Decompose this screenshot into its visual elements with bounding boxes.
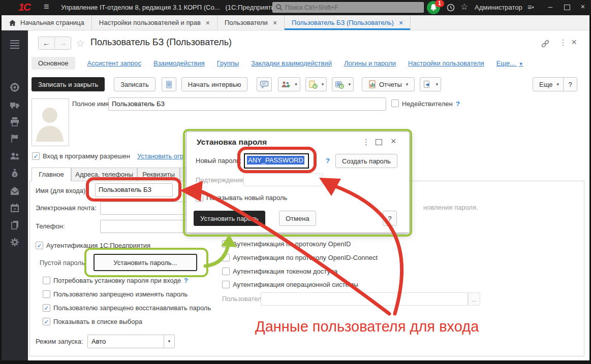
inner-tab-main[interactable]: Главное	[32, 168, 71, 181]
window-tabbar: Начальная страница Настройки пользовател…	[2, 15, 589, 30]
dropdown-caret-icon: ▾	[436, 82, 438, 87]
os-auth-checkbox[interactable]	[222, 281, 230, 288]
os-user-input[interactable]	[261, 292, 468, 306]
show-in-list-checkbox[interactable]	[43, 318, 50, 325]
dialog-cancel-button[interactable]: Отмена	[279, 211, 316, 226]
tab-user-bz[interactable]: Пользователь БЗ (Пользователь)×	[285, 15, 411, 30]
nav-link-main[interactable]: Основное	[32, 57, 75, 70]
back-button[interactable]: ←	[39, 37, 55, 49]
dialog-close-icon[interactable]: ×	[391, 136, 396, 147]
close-form-icon[interactable]: ×	[571, 37, 577, 48]
favorite-star-icon[interactable]: ☆	[76, 37, 85, 49]
new-password-input[interactable]: ANY_PASSWORD	[244, 153, 309, 169]
set-password-button[interactable]: Установить пароль...	[94, 254, 197, 271]
tab-home[interactable]: Начальная страница	[2, 15, 92, 30]
nav-link-assistant[interactable]: Ассистент запрос	[87, 59, 141, 67]
close-window-button[interactable]: ×	[577, 2, 588, 11]
select-dropdown-button[interactable]: ▼	[164, 335, 174, 348]
inner-tab-addresses[interactable]: Адреса, телефоны	[71, 168, 137, 181]
sidebar-documents-icon[interactable]	[10, 220, 20, 230]
os-user-picker-button[interactable]: ...	[468, 292, 480, 306]
sidebar-print-icon[interactable]	[10, 117, 20, 127]
close-tab-icon[interactable]: ×	[273, 19, 277, 27]
current-user[interactable]: Администратор	[475, 4, 522, 11]
add-user-icon-button[interactable]: ▾	[278, 77, 300, 91]
show-in-list-label: Показывать в списке выбора	[53, 318, 142, 325]
user-avatar[interactable]	[32, 98, 69, 146]
start-interview-button[interactable]: Начать интервью	[181, 77, 248, 91]
form-help-button[interactable]: ?	[563, 77, 577, 91]
get-link-icon[interactable]	[541, 39, 550, 48]
invalid-help-link[interactable]: ?	[456, 100, 460, 108]
list-history-icon-button[interactable]: ▾	[332, 77, 354, 91]
titlebar: 1С ≡ Управление IT-отделом 8, редакция 3…	[0, 0, 591, 15]
login-name-input[interactable]: Пользователь БЗ	[95, 183, 173, 197]
dialog-more-icon[interactable]: ⋮	[362, 138, 370, 147]
sidebar-finance-icon[interactable]: s	[10, 169, 20, 179]
nav-link-bookmarks[interactable]: Закладки взаимодействий	[251, 59, 332, 67]
require-password-checkbox[interactable]	[43, 277, 50, 284]
send-icon-button[interactable]: ▾	[420, 77, 441, 91]
database-icon-button[interactable]	[162, 77, 176, 91]
nav-link-more[interactable]: Еще... ▼	[496, 59, 523, 67]
main-menu-icon[interactable]: ≡	[44, 2, 49, 12]
inner-tab-requisites[interactable]: Реквизиты	[137, 168, 180, 181]
maximize-button[interactable]	[564, 5, 570, 10]
close-tab-icon[interactable]: ×	[399, 19, 403, 27]
confirmation-input[interactable]	[243, 173, 323, 186]
openid-connect-checkbox[interactable]	[222, 254, 230, 261]
save-and-close-button[interactable]: Записать и закрыть	[32, 77, 105, 91]
forbid-change-checkbox[interactable]	[43, 290, 50, 298]
history-icon[interactable]	[446, 3, 455, 12]
close-tab-icon[interactable]: ×	[206, 19, 210, 27]
document-history-icon-button[interactable]: ▾	[305, 77, 327, 91]
password-help-link[interactable]: ?	[326, 157, 330, 164]
sidebar-maps-icon[interactable]	[10, 134, 20, 144]
dialog-maximize-icon[interactable]	[376, 139, 382, 145]
forward-button[interactable]: →	[55, 37, 71, 49]
nav-link-logins[interactable]: Логины и пароли	[344, 59, 396, 67]
reports-button[interactable]: Отчеты ▾	[362, 77, 415, 91]
show-password-checkbox[interactable]	[196, 194, 203, 202]
nav-link-user-settings[interactable]: Настройки пользователя	[408, 59, 484, 67]
sidebar-mail-icon[interactable]	[10, 186, 20, 196]
more-menu-icon[interactable]: ⋮	[559, 38, 567, 47]
tab-user-settings[interactable]: Настройки пользователей и прав×	[92, 15, 217, 30]
search-placeholder: Поиск Ctrl+Shift+F	[285, 4, 338, 11]
full-name-input[interactable]: Пользователь БЗ	[108, 97, 386, 111]
nav-link-interactions[interactable]: Взаимодействия	[153, 59, 205, 67]
invalid-checkbox[interactable]	[391, 100, 399, 107]
sidebar-services-icon[interactable]	[10, 82, 20, 92]
forbid-recover-checkbox[interactable]	[43, 304, 50, 312]
sidebar-calendar-icon[interactable]: 7	[10, 203, 20, 213]
dropdown-caret-icon: ▾	[295, 82, 297, 87]
openid-connect-label: Аутентификация по протоколу OpenID-Conne…	[233, 254, 378, 261]
favorites-star-icon[interactable]: ☆	[460, 2, 468, 12]
nav-link-groups[interactable]: Группы	[217, 59, 239, 67]
auth-1c-checkbox[interactable]	[36, 242, 43, 249]
save-button[interactable]: Записать	[114, 77, 155, 91]
sidebar-menu-icon[interactable]	[10, 39, 20, 49]
launch-mode-select[interactable]: Авто ▼	[87, 335, 175, 348]
openid-checkbox[interactable]	[222, 240, 230, 248]
message-icon-button[interactable]	[257, 77, 272, 91]
tab-users[interactable]: Пользователи×	[217, 15, 285, 30]
dialog-set-password-button[interactable]: Установить пароль	[194, 211, 265, 226]
set-restriction-link[interactable]: Установить огр	[137, 152, 183, 160]
form-more-button[interactable]: Еще▾	[533, 77, 566, 91]
dropdown-caret-icon: ▾	[348, 82, 351, 87]
service-menu-icon[interactable]: ≡▾	[527, 3, 534, 11]
sidebar-vehicles-icon[interactable]	[10, 100, 20, 110]
token-checkbox[interactable]	[222, 268, 230, 275]
dialog-help-button[interactable]: ?	[383, 211, 397, 226]
phone-input[interactable]	[100, 220, 192, 233]
require-password-help-link[interactable]: ?	[184, 277, 188, 284]
generate-password-button[interactable]: Создать пароль	[335, 154, 397, 168]
login-allowed-checkbox[interactable]	[32, 152, 40, 160]
new-password-label: Новый пароль:	[196, 157, 241, 164]
minimize-button[interactable]: –	[545, 2, 556, 11]
sidebar-employees-icon[interactable]	[10, 151, 20, 161]
global-search-input[interactable]: Поиск Ctrl+Shift+F	[272, 2, 424, 13]
sidebar-settings-icon[interactable]	[10, 237, 20, 247]
email-input[interactable]	[100, 202, 192, 215]
